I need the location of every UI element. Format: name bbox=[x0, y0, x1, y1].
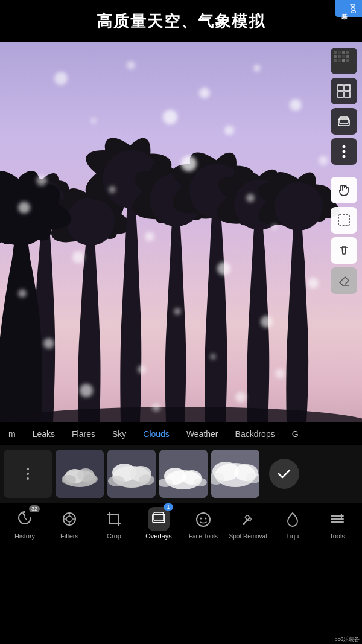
svg-rect-44 bbox=[342, 51, 345, 54]
overlay-thumb-2[interactable] bbox=[107, 450, 156, 498]
svg-rect-55 bbox=[345, 85, 350, 91]
svg-point-9 bbox=[66, 197, 115, 246]
svg-rect-90 bbox=[153, 514, 165, 523]
svg-rect-43 bbox=[338, 51, 341, 54]
face-tools-icon-wrap bbox=[192, 509, 214, 531]
title-area: 高质量天空、气象模拟 pc6 乐装备 bbox=[0, 0, 362, 42]
crop-label: Crop bbox=[107, 532, 121, 540]
filter-tab-sky[interactable]: Sky bbox=[104, 427, 135, 441]
overlay-thumb-dots[interactable] bbox=[4, 450, 52, 498]
filters-icon-wrap bbox=[59, 508, 80, 530]
svg-point-92 bbox=[197, 513, 210, 526]
filter-tab-g[interactable]: G bbox=[284, 427, 307, 441]
bokeh-particle bbox=[152, 403, 160, 412]
overlay-thumb-1[interactable] bbox=[56, 450, 104, 498]
grid-btn[interactable] bbox=[331, 78, 357, 104]
select-btn[interactable] bbox=[331, 207, 357, 234]
hand-btn[interactable] bbox=[331, 177, 357, 203]
tool-liquify[interactable]: Liqu bbox=[270, 508, 315, 540]
bokeh-particle bbox=[18, 289, 27, 298]
bokeh-particle bbox=[210, 354, 216, 360]
liquify-label: Liqu bbox=[287, 532, 299, 540]
palm-trees bbox=[0, 42, 362, 422]
history-icon-wrap: 32 bbox=[14, 508, 36, 530]
filter-tabs-bar: m Leaks Flares Sky Clouds Weather Backdr… bbox=[0, 422, 362, 445]
more-btn[interactable] bbox=[331, 138, 357, 165]
svg-point-61 bbox=[343, 150, 346, 153]
svg-rect-47 bbox=[338, 55, 341, 58]
svg-rect-53 bbox=[346, 59, 349, 62]
svg-rect-63 bbox=[338, 215, 349, 226]
bokeh-particle bbox=[253, 65, 261, 72]
tools-icon-wrap bbox=[326, 508, 348, 530]
filter-tab-leaks[interactable]: Leaks bbox=[24, 427, 63, 441]
bokeh-particle bbox=[224, 126, 234, 135]
filter-tab-weather[interactable]: Weather bbox=[178, 427, 227, 441]
svg-point-69 bbox=[83, 474, 98, 484]
svg-point-96 bbox=[243, 523, 245, 525]
bokeh-particle bbox=[235, 392, 246, 403]
filter-tab-backdrops[interactable]: Backdrops bbox=[227, 427, 284, 441]
tool-overlays[interactable]: 1 Overlays bbox=[136, 508, 181, 540]
bokeh-particle bbox=[290, 99, 302, 111]
check-btn[interactable] bbox=[269, 459, 299, 489]
svg-rect-49 bbox=[346, 55, 349, 58]
tool-tools[interactable]: Tools bbox=[315, 508, 360, 540]
svg-rect-46 bbox=[334, 55, 337, 58]
svg-rect-59 bbox=[340, 117, 348, 124]
texture-btn[interactable] bbox=[331, 48, 357, 74]
filter-tab-m[interactable]: m bbox=[0, 427, 24, 441]
svg-point-81 bbox=[194, 478, 207, 486]
bokeh-particle bbox=[145, 232, 154, 241]
bokeh-particle bbox=[80, 384, 93, 397]
bokeh-particle bbox=[181, 156, 197, 171]
svg-rect-45 bbox=[346, 51, 349, 54]
bokeh-particle bbox=[275, 369, 285, 378]
history-label: History bbox=[14, 532, 35, 540]
tool-crop[interactable]: Crop bbox=[92, 508, 136, 540]
svg-point-74 bbox=[108, 476, 125, 486]
svg-rect-42 bbox=[334, 51, 337, 54]
tool-history[interactable]: 32 History bbox=[2, 508, 47, 540]
tool-filters[interactable]: Filters bbox=[47, 508, 92, 540]
crop-icon-wrap bbox=[103, 508, 125, 530]
tools-label: Tools bbox=[329, 532, 345, 540]
filter-tab-clouds[interactable]: Clouds bbox=[135, 427, 178, 441]
svg-point-68 bbox=[62, 475, 76, 485]
svg-rect-95 bbox=[245, 515, 252, 521]
pc6-bottom-badge: pc6乐装备 bbox=[332, 635, 362, 644]
overlays-icon-wrap: 1 bbox=[148, 508, 170, 530]
svg-rect-50 bbox=[334, 59, 337, 62]
face-tools-label: Face Tools bbox=[189, 533, 218, 540]
bokeh-particle bbox=[199, 88, 210, 98]
bokeh-particle bbox=[91, 118, 97, 124]
tool-spot-removal[interactable]: Spot Removal bbox=[226, 509, 270, 540]
tool-face-tools[interactable]: Face Tools bbox=[181, 509, 226, 540]
history-badge: 32 bbox=[29, 505, 40, 512]
svg-point-89 bbox=[66, 516, 72, 522]
bokeh-particle bbox=[127, 61, 135, 69]
bokeh-particle bbox=[18, 202, 30, 214]
overlays-badge: 1 bbox=[164, 503, 173, 511]
filter-tab-flares[interactable]: Flares bbox=[63, 427, 104, 441]
svg-rect-91 bbox=[154, 512, 164, 521]
bottom-toolbar: 32 History Filters Crop bbox=[0, 503, 362, 547]
watermark-badge: pc6 乐装备 bbox=[335, 0, 362, 17]
bokeh-particle bbox=[319, 156, 328, 165]
overlay-thumb-4[interactable] bbox=[211, 450, 259, 498]
bokeh-particle bbox=[138, 365, 146, 374]
svg-rect-51 bbox=[338, 59, 341, 62]
overlay-strip bbox=[0, 445, 362, 503]
overlays-label: Overlays bbox=[145, 532, 171, 540]
layers-btn[interactable] bbox=[331, 108, 357, 135]
svg-rect-48 bbox=[342, 55, 345, 58]
overlay-thumb-3[interactable] bbox=[159, 450, 208, 498]
svg-point-93 bbox=[200, 517, 202, 519]
svg-point-34 bbox=[275, 182, 323, 231]
svg-point-60 bbox=[343, 145, 346, 148]
bokeh-particle bbox=[308, 278, 319, 289]
bokeh-particle bbox=[174, 308, 181, 315]
delete-btn[interactable] bbox=[331, 237, 357, 264]
bokeh-particle bbox=[261, 316, 273, 328]
eraser-btn[interactable] bbox=[331, 267, 357, 294]
